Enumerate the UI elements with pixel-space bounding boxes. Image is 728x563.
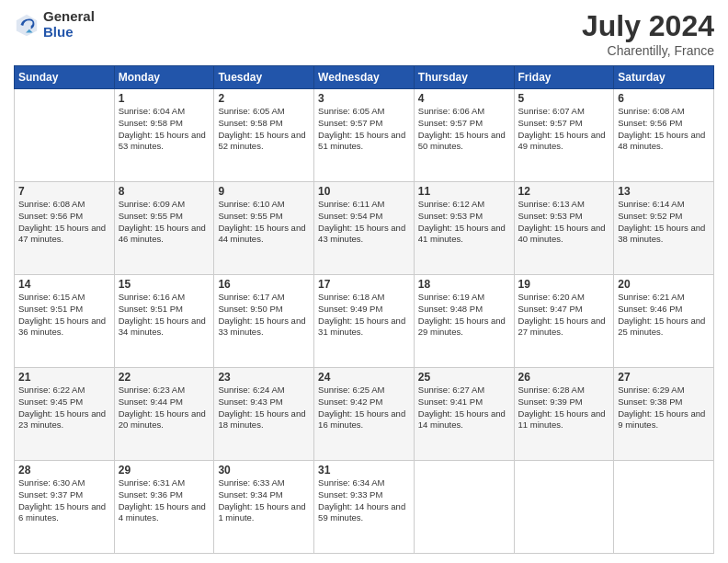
day-info: Sunrise: 6:11 AMSunset: 9:54 PMDaylight:… <box>318 199 410 246</box>
day-number: 29 <box>119 464 210 477</box>
day-info: Sunrise: 6:05 AMSunset: 9:57 PMDaylight:… <box>318 106 410 153</box>
day-info: Sunrise: 6:34 AMSunset: 9:33 PMDaylight:… <box>318 477 410 524</box>
table-row: 12 Sunrise: 6:13 AMSunset: 9:53 PMDaylig… <box>514 182 614 275</box>
table-row: 14 Sunrise: 6:15 AMSunset: 9:51 PMDaylig… <box>15 275 115 368</box>
logo-text: General Blue <box>43 9 95 40</box>
table-row: 26 Sunrise: 6:28 AMSunset: 9:39 PMDaylig… <box>514 368 614 461</box>
table-row: 29 Sunrise: 6:31 AMSunset: 9:36 PMDaylig… <box>114 461 214 554</box>
day-info: Sunrise: 6:23 AMSunset: 9:44 PMDaylight:… <box>119 385 210 431</box>
day-info: Sunrise: 6:08 AMSunset: 9:56 PMDaylight:… <box>618 106 710 153</box>
day-info: Sunrise: 6:21 AMSunset: 9:46 PMDaylight:… <box>618 292 710 339</box>
table-row: 17 Sunrise: 6:18 AMSunset: 9:49 PMDaylig… <box>314 275 415 368</box>
day-number: 7 <box>18 185 110 198</box>
table-row: 15 Sunrise: 6:16 AMSunset: 9:51 PMDaylig… <box>114 275 214 368</box>
day-number: 21 <box>18 371 110 384</box>
day-info: Sunrise: 6:31 AMSunset: 9:36 PMDaylight:… <box>119 477 210 524</box>
day-number: 3 <box>318 92 410 105</box>
day-number: 6 <box>618 92 710 105</box>
col-monday: Monday <box>114 66 214 89</box>
day-info: Sunrise: 6:08 AMSunset: 9:56 PMDaylight:… <box>18 199 110 246</box>
calendar-week-2: 7 Sunrise: 6:08 AMSunset: 9:56 PMDayligh… <box>15 182 714 275</box>
table-row: 5 Sunrise: 6:07 AMSunset: 9:57 PMDayligh… <box>514 89 614 182</box>
table-row <box>15 89 115 182</box>
table-row: 24 Sunrise: 6:25 AMSunset: 9:42 PMDaylig… <box>314 368 415 461</box>
day-info: Sunrise: 6:28 AMSunset: 9:39 PMDaylight:… <box>518 385 610 431</box>
day-info: Sunrise: 6:33 AMSunset: 9:34 PMDaylight:… <box>218 477 310 524</box>
day-info: Sunrise: 6:10 AMSunset: 9:55 PMDaylight:… <box>218 199 310 246</box>
table-row: 27 Sunrise: 6:29 AMSunset: 9:38 PMDaylig… <box>614 368 714 461</box>
table-row <box>514 461 614 554</box>
day-number: 5 <box>518 92 610 105</box>
table-row <box>614 461 714 554</box>
day-number: 4 <box>418 92 510 105</box>
day-info: Sunrise: 6:07 AMSunset: 9:57 PMDaylight:… <box>518 106 610 153</box>
day-number: 10 <box>318 185 410 198</box>
day-info: Sunrise: 6:15 AMSunset: 9:51 PMDaylight:… <box>18 292 110 339</box>
day-number: 22 <box>119 371 210 384</box>
day-number: 23 <box>218 371 310 384</box>
table-row: 31 Sunrise: 6:34 AMSunset: 9:33 PMDaylig… <box>314 461 415 554</box>
logo-icon <box>14 12 40 38</box>
day-number: 1 <box>119 92 210 105</box>
day-info: Sunrise: 6:22 AMSunset: 9:45 PMDaylight:… <box>18 385 110 431</box>
day-number: 11 <box>418 185 510 198</box>
calendar-header-row: Sunday Monday Tuesday Wednesday Thursday… <box>15 66 714 89</box>
day-number: 20 <box>618 278 710 291</box>
day-number: 26 <box>518 371 610 384</box>
day-number: 2 <box>218 92 310 105</box>
day-info: Sunrise: 6:05 AMSunset: 9:58 PMDaylight:… <box>218 106 310 153</box>
day-number: 30 <box>218 464 310 477</box>
day-number: 24 <box>318 371 410 384</box>
day-info: Sunrise: 6:12 AMSunset: 9:53 PMDaylight:… <box>418 199 510 246</box>
calendar-week-4: 21 Sunrise: 6:22 AMSunset: 9:45 PMDaylig… <box>15 368 714 461</box>
day-info: Sunrise: 6:19 AMSunset: 9:48 PMDaylight:… <box>418 292 510 339</box>
day-number: 16 <box>218 278 310 291</box>
day-info: Sunrise: 6:25 AMSunset: 9:42 PMDaylight:… <box>318 385 410 431</box>
calendar-week-3: 14 Sunrise: 6:15 AMSunset: 9:51 PMDaylig… <box>15 275 714 368</box>
calendar-week-5: 28 Sunrise: 6:30 AMSunset: 9:37 PMDaylig… <box>15 461 714 554</box>
day-number: 18 <box>418 278 510 291</box>
col-thursday: Thursday <box>414 66 514 89</box>
day-info: Sunrise: 6:04 AMSunset: 9:58 PMDaylight:… <box>119 106 210 153</box>
table-row: 2 Sunrise: 6:05 AMSunset: 9:58 PMDayligh… <box>214 89 314 182</box>
logo-blue: Blue <box>43 25 95 40</box>
table-row: 9 Sunrise: 6:10 AMSunset: 9:55 PMDayligh… <box>214 182 314 275</box>
table-row: 7 Sunrise: 6:08 AMSunset: 9:56 PMDayligh… <box>15 182 115 275</box>
day-info: Sunrise: 6:13 AMSunset: 9:53 PMDaylight:… <box>518 199 610 246</box>
header: General Blue July 2024 Charentilly, Fran… <box>14 9 714 58</box>
table-row: 19 Sunrise: 6:20 AMSunset: 9:47 PMDaylig… <box>514 275 614 368</box>
day-number: 19 <box>518 278 610 291</box>
day-info: Sunrise: 6:06 AMSunset: 9:57 PMDaylight:… <box>418 106 510 153</box>
subtitle: Charentilly, France <box>582 43 714 58</box>
day-info: Sunrise: 6:30 AMSunset: 9:37 PMDaylight:… <box>18 477 110 524</box>
day-number: 31 <box>318 464 410 477</box>
calendar-week-1: 1 Sunrise: 6:04 AMSunset: 9:58 PMDayligh… <box>15 89 714 182</box>
day-info: Sunrise: 6:20 AMSunset: 9:47 PMDaylight:… <box>518 292 610 339</box>
day-number: 28 <box>18 464 110 477</box>
day-info: Sunrise: 6:29 AMSunset: 9:38 PMDaylight:… <box>618 385 710 431</box>
col-wednesday: Wednesday <box>314 66 415 89</box>
day-number: 12 <box>518 185 610 198</box>
table-row: 25 Sunrise: 6:27 AMSunset: 9:41 PMDaylig… <box>414 368 514 461</box>
logo-general: General <box>43 9 95 25</box>
table-row: 4 Sunrise: 6:06 AMSunset: 9:57 PMDayligh… <box>414 89 514 182</box>
day-number: 9 <box>218 185 310 198</box>
day-number: 17 <box>318 278 410 291</box>
table-row: 21 Sunrise: 6:22 AMSunset: 9:45 PMDaylig… <box>15 368 115 461</box>
day-number: 8 <box>119 185 210 198</box>
table-row: 22 Sunrise: 6:23 AMSunset: 9:44 PMDaylig… <box>114 368 214 461</box>
table-row: 28 Sunrise: 6:30 AMSunset: 9:37 PMDaylig… <box>15 461 115 554</box>
day-info: Sunrise: 6:09 AMSunset: 9:55 PMDaylight:… <box>119 199 210 246</box>
col-saturday: Saturday <box>614 66 714 89</box>
day-info: Sunrise: 6:14 AMSunset: 9:52 PMDaylight:… <box>618 199 710 246</box>
col-tuesday: Tuesday <box>214 66 314 89</box>
logo: General Blue <box>14 9 95 40</box>
table-row: 6 Sunrise: 6:08 AMSunset: 9:56 PMDayligh… <box>614 89 714 182</box>
day-info: Sunrise: 6:17 AMSunset: 9:50 PMDaylight:… <box>218 292 310 339</box>
table-row: 13 Sunrise: 6:14 AMSunset: 9:52 PMDaylig… <box>614 182 714 275</box>
day-info: Sunrise: 6:16 AMSunset: 9:51 PMDaylight:… <box>119 292 210 339</box>
day-number: 25 <box>418 371 510 384</box>
table-row: 20 Sunrise: 6:21 AMSunset: 9:46 PMDaylig… <box>614 275 714 368</box>
main-title: July 2024 <box>582 9 714 43</box>
table-row: 18 Sunrise: 6:19 AMSunset: 9:48 PMDaylig… <box>414 275 514 368</box>
